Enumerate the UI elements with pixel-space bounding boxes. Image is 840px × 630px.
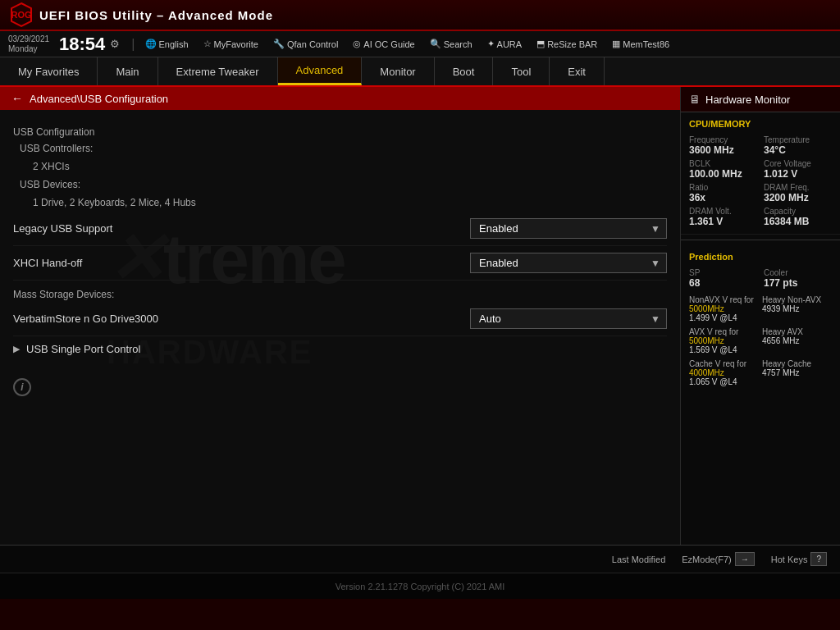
- settings-icon[interactable]: ⚙: [110, 38, 120, 50]
- sidebar-title-text: Hardware Monitor: [705, 94, 790, 106]
- toolbar-memtest[interactable]: ▦ MemTest86: [607, 37, 674, 51]
- datetime-display: 03/29/2021 Monday: [8, 34, 49, 54]
- avx-left: AVX V req for 5000MHz 1.569 V @L4: [689, 327, 759, 354]
- content-area: ← Advanced\USB Configuration ✕treme HARD…: [0, 87, 680, 545]
- legacy-usb-dropdown[interactable]: Enabled Disabled Auto: [470, 218, 667, 239]
- bclk-label: BCLK: [689, 159, 757, 168]
- ai-icon: ◎: [353, 39, 361, 49]
- resize-icon: ⬒: [536, 39, 545, 49]
- logo-area: ROG UEFI BIOS Utility – Advanced Mode: [8, 2, 273, 28]
- toolbar-aioc[interactable]: ◎ AI OC Guide: [348, 37, 419, 51]
- non-avx-voltage: 1.499 V @L4: [689, 313, 759, 322]
- toolbar-qfan[interactable]: 🔧 Qfan Control: [268, 37, 343, 51]
- toolbar-resizebar[interactable]: ⬒ ReSize BAR: [532, 37, 602, 51]
- version-text: Version 2.21.1278 Copyright (C) 2021 AMI: [336, 582, 505, 591]
- cache-block: Cache V req for 4000MHz 1.065 V @L4 Heav…: [689, 359, 832, 386]
- cooler-value: 177 pts: [764, 277, 832, 289]
- ratio-item: Ratio 36x: [689, 183, 757, 203]
- date-label: 03/29/2021: [8, 34, 49, 44]
- star-icon: ☆: [203, 39, 212, 49]
- ez-mode-icon: →: [741, 555, 749, 564]
- xhci-dropdown[interactable]: Enabled Disabled: [470, 253, 667, 273]
- verbatim-dropdown[interactable]: Auto Enabled Disabled: [470, 308, 667, 329]
- verbatim-label: VerbatimStore n Go Drive3000: [13, 313, 158, 325]
- ez-mode-button[interactable]: →: [735, 552, 755, 566]
- xhci-label: XHCI Hand-off: [13, 257, 82, 269]
- toolbar-myfavorite[interactable]: ☆ MyFavorite: [199, 37, 263, 51]
- usb-port-label: USB Single Port Control: [26, 343, 140, 355]
- cache-left: Cache V req for 4000MHz 1.065 V @L4: [689, 359, 759, 386]
- ratio-value: 36x: [689, 192, 757, 203]
- cache-label: Cache V req for 4000MHz: [689, 359, 759, 377]
- avx-block: AVX V req for 5000MHz 1.569 V @L4 Heavy …: [689, 327, 832, 354]
- ez-mode-item[interactable]: EzMode(F7) →: [682, 552, 755, 566]
- toolbar: 03/29/2021 Monday 18:54 ⚙ | 🌐 English ☆ …: [0, 31, 840, 57]
- dram-freq-item: DRAM Freq. 3200 MHz: [764, 183, 832, 203]
- sp-item: SP 68: [689, 268, 757, 289]
- xhci-dropdown-wrapper: Enabled Disabled ▼: [470, 253, 667, 273]
- last-modified-label: Last Modified: [612, 555, 665, 564]
- back-arrow-icon[interactable]: ←: [11, 92, 23, 105]
- toolbar-english[interactable]: 🌐 English: [140, 37, 194, 51]
- tab-tool[interactable]: Tool: [493, 57, 550, 85]
- avx-label: AVX V req for 5000MHz: [689, 327, 759, 345]
- cooler-label: Cooler: [764, 268, 832, 277]
- sp-cooler-grid: SP 68 Cooler 177 pts: [689, 268, 832, 289]
- dram-volt-value: 1.361 V: [689, 216, 757, 227]
- core-voltage-item: Core Voltage 1.012 V: [764, 159, 832, 180]
- rog-logo-icon: ROG: [8, 2, 34, 28]
- ez-mode-label: EzMode(F7): [682, 555, 732, 564]
- toolbar-search[interactable]: 🔍 Search: [425, 37, 477, 51]
- time-display: 18:54: [59, 35, 105, 53]
- verbatim-dropdown-wrapper: Auto Enabled Disabled ▼: [470, 308, 667, 329]
- bclk-item: BCLK 100.00 MHz: [689, 159, 757, 180]
- temperature-label: Temperature: [764, 135, 832, 144]
- legacy-usb-row: Legacy USB Support Enabled Disabled Auto…: [13, 212, 667, 246]
- avx-right-value: 4656 MHz: [762, 336, 832, 345]
- tab-extreme-tweaker[interactable]: Extreme Tweaker: [158, 57, 278, 85]
- tab-boot[interactable]: Boot: [435, 57, 494, 85]
- avx-freq: 5000MHz: [689, 336, 724, 345]
- svg-text:ROG: ROG: [11, 10, 31, 20]
- non-avx-block: NonAVX V req for 5000MHz 1.499 V @L4 Hea…: [689, 295, 832, 322]
- controllers-label: USB Controllers:: [20, 139, 667, 158]
- usb-port-control-row[interactable]: ▶ USB Single Port Control: [13, 336, 667, 362]
- sp-value: 68: [689, 277, 757, 289]
- info-icon: i: [13, 378, 31, 396]
- dram-volt-item: DRAM Volt. 1.361 V: [689, 207, 757, 227]
- hardware-monitor-title: 🖥 Hardware Monitor: [681, 87, 840, 112]
- hot-keys-icon: ?: [816, 555, 821, 564]
- hot-keys-button[interactable]: ?: [810, 552, 827, 566]
- non-avx-label: NonAVX V req for 5000MHz: [689, 295, 759, 313]
- verbatim-control: Auto Enabled Disabled ▼: [470, 308, 667, 329]
- monitor-icon: 🖥: [689, 93, 701, 106]
- hot-keys-label: Hot Keys: [771, 555, 808, 564]
- tab-myfavorites[interactable]: My Favorites: [0, 57, 98, 85]
- controllers-value: 2 XHCIs: [33, 158, 667, 176]
- non-avx-right: Heavy Non-AVX 4939 MHz: [762, 295, 832, 322]
- avx-right: Heavy AVX 4656 MHz: [762, 327, 832, 354]
- globe-icon: 🌐: [145, 39, 157, 49]
- capacity-item: Capacity 16384 MB: [764, 207, 832, 227]
- nav-tabs: My Favorites Main Extreme Tweaker Advanc…: [0, 57, 840, 87]
- cooler-item: Cooler 177 pts: [764, 268, 832, 289]
- tab-exit[interactable]: Exit: [550, 57, 605, 85]
- tab-monitor[interactable]: Monitor: [362, 57, 434, 85]
- fan-icon: 🔧: [273, 39, 285, 49]
- non-avx-freq: 5000MHz: [689, 304, 724, 313]
- cpu-memory-section: CPU/Memory Frequency 3600 MHz Temperatur…: [681, 112, 840, 235]
- hardware-monitor-sidebar: 🖥 Hardware Monitor CPU/Memory Frequency …: [680, 87, 840, 545]
- core-voltage-value: 1.012 V: [764, 168, 832, 180]
- breadcrumb-path: Advanced\USB Configuration: [30, 93, 168, 105]
- temperature-value: 34°C: [764, 144, 832, 156]
- avx-voltage: 1.569 V @L4: [689, 345, 759, 354]
- dram-freq-label: DRAM Freq.: [764, 183, 832, 192]
- toolbar-aura[interactable]: ✦ AURA: [482, 37, 527, 51]
- hot-keys-item[interactable]: Hot Keys ?: [771, 552, 827, 566]
- sp-label: SP: [689, 268, 757, 277]
- capacity-label: Capacity: [764, 207, 832, 216]
- tab-main[interactable]: Main: [98, 57, 158, 85]
- frequency-value: 3600 MHz: [689, 144, 757, 156]
- info-icon-area: i: [0, 370, 680, 404]
- tab-advanced[interactable]: Advanced: [278, 57, 363, 85]
